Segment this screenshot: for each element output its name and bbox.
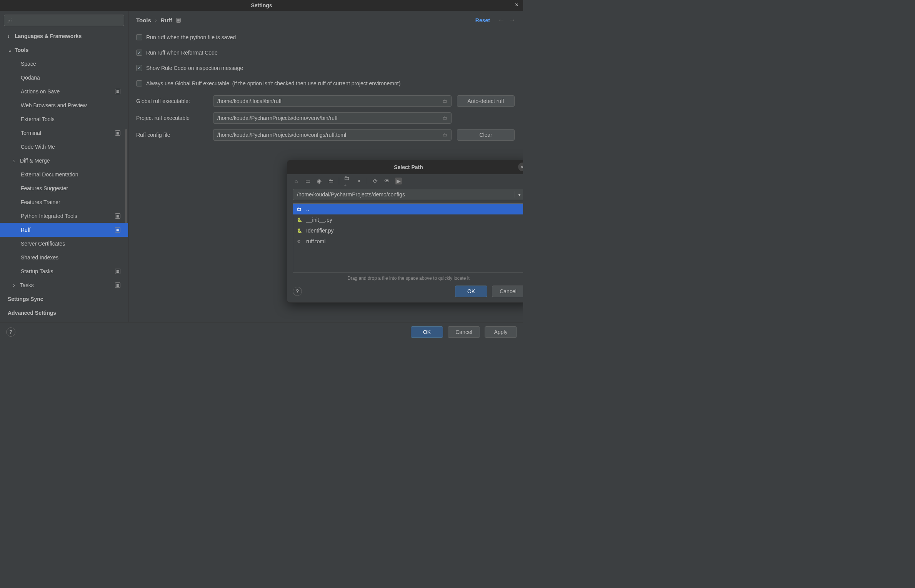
- breadcrumb-root[interactable]: Tools: [136, 17, 151, 23]
- home-icon[interactable]: ⌂: [293, 178, 300, 184]
- sidebar: ⌕⁝ ›Languages & Frameworks⌄ToolsSpaceQod…: [0, 11, 128, 322]
- checkbox[interactable]: [136, 50, 142, 56]
- sidebar-item-label: Advanced Settings: [8, 310, 56, 316]
- sidebar-item-settings-sync[interactable]: Settings Sync: [0, 292, 128, 306]
- cancel-button[interactable]: Cancel: [492, 286, 523, 297]
- option-run-on-save[interactable]: Run ruff when the python file is saved: [136, 30, 515, 45]
- sidebar-item-space[interactable]: Space: [0, 57, 128, 71]
- file-list[interactable]: 🗀..🐍__init__.py🐍Identifier.py⚙ruff.toml: [293, 203, 523, 272]
- option-label: Show Rule Code on inspection message: [146, 65, 243, 71]
- sidebar-item-features-suggester[interactable]: Features Suggester: [0, 181, 128, 195]
- clear-button[interactable]: Clear: [457, 129, 515, 141]
- checkbox[interactable]: [136, 65, 142, 71]
- sidebar-item-actions-on-save[interactable]: Actions on Save▦: [0, 85, 128, 98]
- path-input[interactable]: /home/koudai/PycharmProjects/demo/config…: [293, 189, 523, 200]
- help-icon[interactable]: ?: [293, 287, 302, 296]
- file-row[interactable]: 🐍__init__.py: [293, 214, 523, 225]
- row-config-file: Ruff config file /home/koudai/PycharmPro…: [136, 128, 515, 142]
- row-project-exec: Project ruff executable /home/koudai/Pyc…: [136, 111, 515, 125]
- sidebar-item-web-browsers-and-preview[interactable]: Web Browsers and Preview: [0, 98, 128, 112]
- option-show-rule-code[interactable]: Show Rule Code on inspection message: [136, 60, 515, 76]
- separator: [339, 178, 339, 184]
- sidebar-item-label: Ruff: [21, 227, 30, 233]
- new-folder-icon[interactable]: 🗀₊: [344, 178, 351, 184]
- ok-button[interactable]: OK: [455, 286, 487, 297]
- ok-button[interactable]: OK: [411, 326, 443, 338]
- sidebar-item-qodana[interactable]: Qodana: [0, 71, 128, 85]
- file-row[interactable]: 🐍Identifier.py: [293, 225, 523, 236]
- option-label: Always use Global Ruff executable. (if t…: [146, 80, 400, 86]
- option-run-on-reformat[interactable]: Run ruff when Reformat Code: [136, 45, 515, 60]
- refresh-icon[interactable]: ⟳: [372, 178, 379, 184]
- reset-button[interactable]: Reset: [475, 17, 490, 23]
- dialog-titlebar: Select Path ×: [287, 160, 523, 174]
- python-icon: 🐍: [297, 228, 303, 233]
- sidebar-item-server-certificates[interactable]: Server Certificates: [0, 237, 128, 251]
- option-always-global[interactable]: Always use Global Ruff executable. (if t…: [136, 76, 515, 91]
- file-row[interactable]: 🗀..: [293, 204, 523, 214]
- module-icon[interactable]: 🗀: [327, 178, 334, 184]
- delete-icon[interactable]: ×: [355, 178, 362, 184]
- sidebar-item-shared-indexes[interactable]: Shared Indexes: [0, 251, 128, 264]
- close-icon[interactable]: ×: [518, 163, 523, 171]
- sidebar-item-label: Diff & Merge: [20, 158, 50, 164]
- dropdown-icon[interactable]: ▾: [515, 191, 523, 198]
- option-label: Run ruff when the python file is saved: [146, 34, 236, 40]
- global-exec-input[interactable]: /home/koudai/.local/bin/ruff 🗀: [213, 95, 452, 107]
- sidebar-item-python-integrated-tools[interactable]: Python Integrated Tools▦: [0, 209, 128, 223]
- sidebar-item-terminal[interactable]: Terminal▦: [0, 126, 128, 140]
- sidebar-item-code-with-me[interactable]: Code With Me: [0, 140, 128, 154]
- toggle-tree-icon[interactable]: ▶: [395, 178, 402, 184]
- sidebar-item-label: Web Browsers and Preview: [21, 102, 87, 108]
- sidebar-item-label: Settings Sync: [8, 296, 43, 302]
- badge-icon: ▦: [115, 213, 120, 219]
- field-label: Project ruff executable: [136, 115, 208, 121]
- project-icon[interactable]: ◉: [316, 178, 323, 184]
- sidebar-item-tasks[interactable]: ›Tasks▦: [0, 278, 128, 292]
- back-icon[interactable]: ←: [498, 16, 505, 24]
- sidebar-item-tools[interactable]: ⌄Tools: [0, 43, 128, 57]
- sidebar-item-label: Code With Me: [21, 144, 55, 150]
- sidebar-item-ruff[interactable]: Ruff▦: [0, 223, 128, 237]
- sidebar-item-label: Tools: [15, 47, 28, 53]
- chevron-icon: ›: [8, 33, 13, 39]
- sidebar-item-label: Actions on Save: [21, 88, 60, 95]
- sidebar-item-startup-tasks[interactable]: Startup Tasks▦: [0, 264, 128, 278]
- help-icon[interactable]: ?: [6, 327, 15, 337]
- desktop-icon[interactable]: ▭: [304, 178, 311, 184]
- checkbox[interactable]: [136, 80, 142, 86]
- sidebar-item-advanced-settings[interactable]: Advanced Settings: [0, 306, 128, 320]
- folder-icon[interactable]: 🗀: [443, 98, 447, 104]
- window-title: Settings: [251, 2, 272, 8]
- show-hidden-icon[interactable]: 👁: [383, 178, 390, 184]
- path-value: /home/koudai/PycharmProjects/demo/config…: [293, 191, 515, 198]
- sidebar-item-external-documentation[interactable]: External Documentation: [0, 168, 128, 181]
- search-icon: ⌕⁝: [7, 18, 13, 23]
- folder-icon[interactable]: 🗀: [443, 115, 447, 121]
- sidebar-item-label: Server Certificates: [21, 241, 65, 247]
- select-path-dialog: Select Path × ⌂ ▭ ◉ 🗀 🗀₊ × ⟳ 👁 ▶ /home/k…: [287, 160, 523, 303]
- cancel-button[interactable]: Cancel: [448, 326, 480, 338]
- chevron-icon: ›: [13, 158, 18, 164]
- dialog-title: Select Path: [394, 164, 423, 170]
- separator: [367, 178, 367, 184]
- sidebar-item-external-tools[interactable]: External Tools: [0, 112, 128, 126]
- apply-button[interactable]: Apply: [485, 326, 517, 338]
- search-input[interactable]: ⌕⁝: [4, 15, 124, 26]
- checkbox[interactable]: [136, 34, 142, 40]
- badge-icon: ▦: [115, 282, 120, 288]
- sidebar-item-features-trainer[interactable]: Features Trainer: [0, 195, 128, 209]
- hint-text: Drag and drop a file into the space abov…: [287, 272, 523, 286]
- sidebar-item-diff-merge[interactable]: ›Diff & Merge: [0, 154, 128, 168]
- close-icon[interactable]: ×: [515, 2, 518, 8]
- config-file-input[interactable]: /home/koudai/PycharmProjects/demo/config…: [213, 129, 452, 141]
- file-row[interactable]: ⚙ruff.toml: [293, 236, 523, 247]
- auto-detect-button[interactable]: Auto-detect ruff: [457, 95, 515, 107]
- row-global-exec: Global ruff executable: /home/koudai/.lo…: [136, 94, 515, 108]
- sidebar-item-label: Qodana: [21, 75, 40, 81]
- project-exec-input[interactable]: /home/koudai/PycharmProjects/demo/venv/b…: [213, 112, 452, 124]
- folder-icon[interactable]: 🗀: [443, 132, 447, 138]
- sidebar-item-languages-frameworks[interactable]: ›Languages & Frameworks: [0, 29, 128, 43]
- nav-arrows: ← →: [498, 16, 515, 24]
- forward-icon[interactable]: →: [508, 16, 515, 24]
